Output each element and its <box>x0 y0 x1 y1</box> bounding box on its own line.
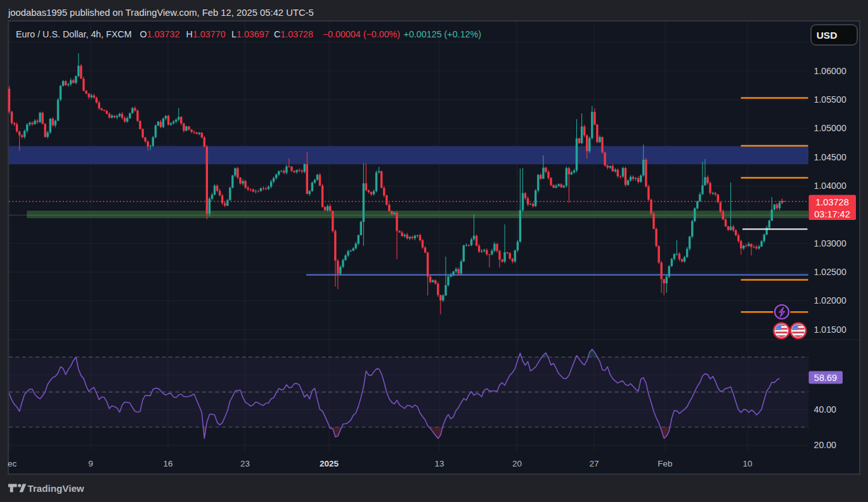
svg-text:2025: 2025 <box>320 459 339 468</box>
svg-text:USD: USD <box>817 30 838 41</box>
svg-text:1.03000: 1.03000 <box>814 238 846 248</box>
svg-text:1.04500: 1.04500 <box>814 152 846 162</box>
svg-text:Feb: Feb <box>657 459 672 468</box>
svg-text:1.05500: 1.05500 <box>814 94 846 105</box>
svg-text:Euro / U.S. Dollar, 4h, FXCM: Euro / U.S. Dollar, 4h, FXCM <box>16 29 132 39</box>
svg-text:+0.00125 (+0.12%): +0.00125 (+0.12%) <box>404 29 481 39</box>
svg-text:joodabas1995 published on Trad: joodabas1995 published on TradingView.co… <box>8 8 314 18</box>
svg-text:C1.03728: C1.03728 <box>274 29 313 39</box>
svg-text:40.00: 40.00 <box>814 404 837 415</box>
svg-text:ec: ec <box>8 459 17 468</box>
svg-text:L1.03697: L1.03697 <box>231 29 269 39</box>
svg-text:13: 13 <box>434 459 444 468</box>
svg-text:H1.03770: H1.03770 <box>186 29 226 39</box>
svg-text:20: 20 <box>512 459 522 468</box>
svg-text:9: 9 <box>88 459 93 468</box>
svg-text:58.69: 58.69 <box>814 373 837 383</box>
svg-text:1.02000: 1.02000 <box>814 295 846 306</box>
svg-text:27: 27 <box>589 459 599 468</box>
svg-text:−0.00004 (−0.00%): −0.00004 (−0.00%) <box>323 29 400 39</box>
svg-text:1.01500: 1.01500 <box>814 325 846 335</box>
svg-text:23: 23 <box>240 459 250 468</box>
svg-text:TradingView: TradingView <box>28 483 84 494</box>
svg-text:10: 10 <box>742 459 752 468</box>
svg-text:1.05000: 1.05000 <box>814 123 846 133</box>
svg-text:1.02500: 1.02500 <box>814 267 846 277</box>
svg-text:1.03728: 1.03728 <box>815 197 848 207</box>
svg-text:1.04000: 1.04000 <box>814 181 846 191</box>
svg-text:20.00: 20.00 <box>814 440 837 450</box>
svg-text:03:17:42: 03:17:42 <box>814 209 850 219</box>
svg-text:16: 16 <box>163 459 172 468</box>
svg-text:O1.03732: O1.03732 <box>140 29 180 39</box>
svg-text:1.06000: 1.06000 <box>814 66 846 76</box>
